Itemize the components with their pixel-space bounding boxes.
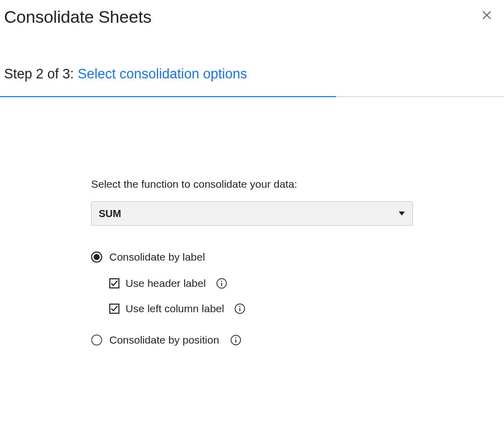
close-button[interactable]	[479, 7, 495, 25]
close-icon	[481, 9, 493, 21]
dialog-title: Consolidate Sheets	[4, 7, 151, 27]
function-select[interactable]: SUM	[91, 201, 413, 226]
progress-bar	[0, 96, 504, 97]
dialog-header: Consolidate Sheets	[0, 0, 504, 27]
info-icon[interactable]	[230, 334, 241, 346]
radio-icon	[91, 251, 102, 263]
checkbox-use-header-label[interactable]: Use header label	[109, 277, 413, 289]
checkbox-icon	[109, 278, 119, 288]
info-icon[interactable]	[234, 303, 245, 314]
function-select-wrap: SUM	[91, 201, 413, 226]
radio-consolidate-by-label[interactable]: Consolidate by label	[91, 251, 413, 263]
step-heading: Step 2 of 3: Select consolidation option…	[0, 66, 504, 82]
progress-segment-3	[336, 96, 504, 97]
svg-point-3	[221, 281, 222, 282]
radio-consolidate-by-position[interactable]: Consolidate by position	[91, 334, 413, 346]
function-select-value: SUM	[99, 208, 121, 220]
form-content: Select the function to consolidate your …	[0, 178, 504, 346]
radio-label: Consolidate by label	[109, 251, 205, 263]
label-checkbox-group: Use header label Use left column label	[109, 277, 413, 315]
step-title: Select consolidation options	[78, 66, 247, 81]
radio-label: Consolidate by position	[109, 334, 219, 346]
progress-segment-2	[168, 96, 336, 97]
function-label: Select the function to consolidate your …	[91, 178, 413, 190]
consolidate-options: Consolidate by label Use header label	[91, 251, 413, 346]
checkbox-label: Use left column label	[125, 303, 224, 315]
checkbox-use-left-column-label[interactable]: Use left column label	[109, 303, 413, 315]
svg-point-6	[239, 306, 240, 307]
info-icon[interactable]	[216, 278, 227, 289]
checkbox-label: Use header label	[125, 277, 206, 289]
step-prefix: Step 2 of 3:	[4, 66, 78, 81]
checkbox-icon	[109, 304, 119, 314]
progress-segment-1	[0, 96, 168, 97]
svg-point-9	[235, 338, 236, 339]
radio-icon	[91, 334, 102, 346]
